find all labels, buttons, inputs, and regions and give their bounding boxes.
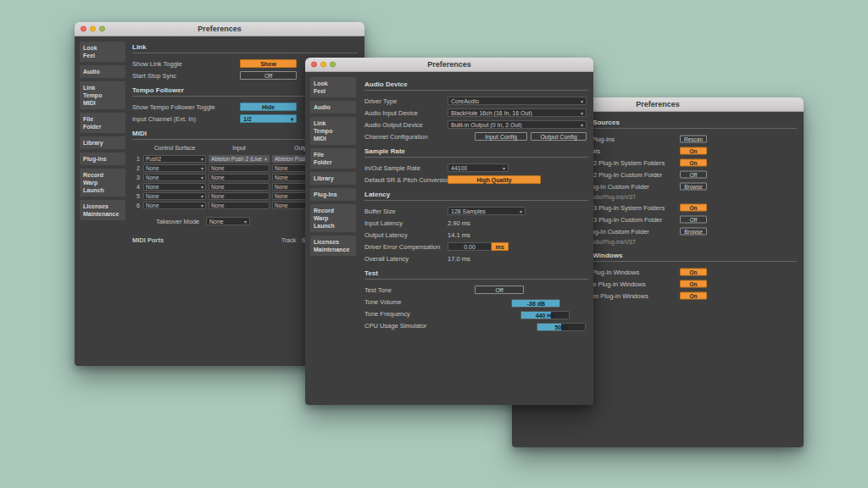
titlebar[interactable]: Preferences: [305, 58, 593, 72]
test-tone-button[interactable]: Off: [475, 286, 524, 294]
midi-input-dropdown[interactable]: None: [209, 183, 270, 191]
chevron-down-icon: [288, 116, 293, 122]
buffer-size-dropdown[interactable]: 128 Samples: [448, 207, 526, 215]
minimize-button[interactable]: [320, 62, 326, 68]
sidebar-item-licenses-maintenance[interactable]: Licenses Maintenance: [80, 200, 125, 220]
sidebar-item-audio[interactable]: Audio: [80, 65, 125, 78]
control-surface-dropdown[interactable]: None: [143, 174, 206, 181]
vst3-browse-button[interactable]: Browse: [680, 228, 707, 236]
tone-volume-slider[interactable]: -36 dB: [511, 299, 560, 308]
input-latency-value: 2.90 ms: [448, 219, 470, 227]
midi-output-value: None: [275, 202, 288, 208]
midi-input-dropdown[interactable]: None: [209, 164, 270, 172]
multiple-plugin-windows-toggle[interactable]: On: [680, 269, 707, 276]
control-surface-dropdown[interactable]: None: [143, 202, 206, 209]
sidebar-item-file-folder[interactable]: File Folder: [80, 113, 125, 133]
overall-latency-row: Overall Latency 17.0 ms: [364, 252, 588, 264]
traffic-lights: [81, 26, 105, 32]
midi-input-dropdown[interactable]: None: [209, 192, 270, 200]
chevron-down-icon: [517, 208, 522, 214]
sidebar-item-record-warp-launch[interactable]: Record Warp Launch: [310, 204, 356, 232]
driver-error-value[interactable]: 0.00: [448, 242, 492, 251]
auto-hide-plugin-windows-toggle[interactable]: On: [680, 280, 707, 288]
audio-output-device-value: Built-in Output (0 In, 2 Out): [451, 122, 522, 128]
zoom-button[interactable]: [330, 62, 336, 68]
sidebar-item-audio[interactable]: Audio: [310, 101, 356, 114]
titlebar[interactable]: Preferences: [75, 22, 364, 36]
overall-latency-label: Overall Latency: [364, 255, 409, 263]
sample-rate-label: In/Out Sample Rate: [364, 164, 420, 172]
audio-output-device-dropdown[interactable]: Built-in Output (0 In, 2 Out): [448, 120, 587, 129]
sample-rate-row: In/Out Sample Rate 44100: [364, 162, 588, 174]
audio-window-content: Audio Device Driver Type CoreAudio Audio…: [364, 80, 588, 331]
close-button[interactable]: [311, 62, 317, 68]
show-link-toggle-button[interactable]: Show: [240, 59, 297, 68]
sidebar-item-library[interactable]: Library: [80, 136, 125, 149]
control-surface-dropdown[interactable]: Push2: [143, 155, 206, 163]
minimize-button[interactable]: [90, 26, 96, 32]
rescan-plugins-button[interactable]: Rescan: [680, 136, 707, 143]
sidebar-item-plug-ins[interactable]: Plug-Ins: [80, 152, 125, 165]
sidebar-item-library[interactable]: Library: [310, 172, 356, 185]
audio-input-device-dropdown[interactable]: BlackHole 16ch (16 In, 16 Out): [448, 108, 587, 117]
midi-input-dropdown[interactable]: None: [209, 202, 270, 209]
control-surface-value: None: [146, 202, 159, 208]
pitch-conversion-row: Default SR & Pitch Conversion High Quali…: [364, 174, 588, 186]
input-config-button[interactable]: Input Config: [475, 132, 527, 141]
vst3-system-folders-toggle[interactable]: On: [680, 204, 707, 212]
vst2-browse-button[interactable]: Browse: [680, 183, 707, 191]
auto-open-plugin-windows-toggle[interactable]: On: [680, 292, 707, 300]
pitch-conversion-button[interactable]: High Quality: [448, 175, 541, 184]
input-latency-row: Input Latency 2.90 ms: [364, 217, 588, 229]
control-surface-dropdown[interactable]: None: [143, 192, 206, 200]
buffer-size-label: Buffer Size: [364, 208, 396, 215]
control-surface-value: None: [146, 175, 159, 180]
zoom-button[interactable]: [99, 26, 105, 32]
sidebar-item-look-feel[interactable]: Look Feel: [80, 42, 125, 62]
cpu-usage-simulator-slider[interactable]: 50 %: [537, 323, 586, 331]
section-header-sample-rate: Sample Rate: [364, 147, 588, 158]
takeover-mode-value: None: [209, 219, 224, 225]
sidebar-item-licenses-maintenance[interactable]: Licenses Maintenance: [310, 236, 356, 256]
row-index: 2: [132, 165, 141, 171]
audio-units-toggle[interactable]: On: [680, 147, 707, 155]
output-config-button[interactable]: Output Config: [531, 132, 587, 141]
tone-frequency-row: Tone Frequency 440 Hz: [364, 308, 588, 319]
midi-input-dropdown[interactable]: None: [209, 174, 270, 181]
tone-volume-value: -36 dB: [512, 301, 559, 307]
sample-rate-dropdown[interactable]: 44100: [448, 164, 509, 172]
tempo-follower-toggle-button[interactable]: Hide: [240, 103, 297, 111]
sidebar-item-record-warp-launch[interactable]: Record Warp Launch: [80, 169, 125, 197]
sidebar: Look Feel Audio Link Tempo MIDI File Fol…: [310, 77, 356, 256]
chevron-down-icon: [578, 122, 583, 128]
chevron-down-icon: [198, 165, 203, 171]
tone-frequency-slider[interactable]: 440 Hz: [520, 311, 570, 319]
sidebar-item-link-tempo-midi[interactable]: Link Tempo MIDI: [80, 81, 125, 109]
sidebar-item-plug-ins[interactable]: Plug-Ins: [310, 188, 356, 201]
vst2-browse-row: VST2 Plug-In Custom Folder Browse: [568, 180, 797, 192]
driver-type-row: Driver Type CoreAudio: [364, 95, 588, 107]
output-latency-value: 14.1 ms: [448, 231, 470, 239]
control-surface-dropdown[interactable]: None: [143, 164, 206, 172]
sidebar-item-file-folder[interactable]: File Folder: [310, 148, 356, 169]
row-index: 3: [132, 175, 141, 180]
audio-units-row: Audio Units On: [568, 145, 797, 157]
driver-type-dropdown[interactable]: CoreAudio: [448, 97, 587, 105]
vst2-system-folders-toggle[interactable]: On: [680, 159, 707, 167]
vst3-custom-folder-toggle[interactable]: Off: [680, 216, 707, 224]
input-channel-dropdown[interactable]: 1/2: [240, 114, 297, 123]
midi-input-value: None: [211, 165, 225, 171]
buffer-size-value: 128 Samples: [451, 208, 486, 214]
midi-input-dropdown[interactable]: Ableton Push 2 (Live Port): [209, 155, 270, 163]
control-surface-dropdown[interactable]: None: [143, 183, 206, 191]
takeover-mode-dropdown[interactable]: None: [206, 217, 250, 225]
chevron-down-icon: [198, 193, 203, 199]
sidebar-item-link-tempo-midi[interactable]: Link Tempo MIDI: [310, 117, 356, 145]
close-button[interactable]: [81, 26, 86, 32]
chevron-down-icon: [198, 184, 203, 190]
sidebar-item-look-feel[interactable]: Look Feel: [310, 77, 356, 97]
midi-input-value: None: [211, 193, 225, 199]
vst2-custom-folder-toggle[interactable]: Off: [680, 171, 707, 179]
driver-error-compensation-field[interactable]: 0.00 ms: [448, 242, 509, 251]
start-stop-sync-button[interactable]: Off: [240, 71, 297, 80]
